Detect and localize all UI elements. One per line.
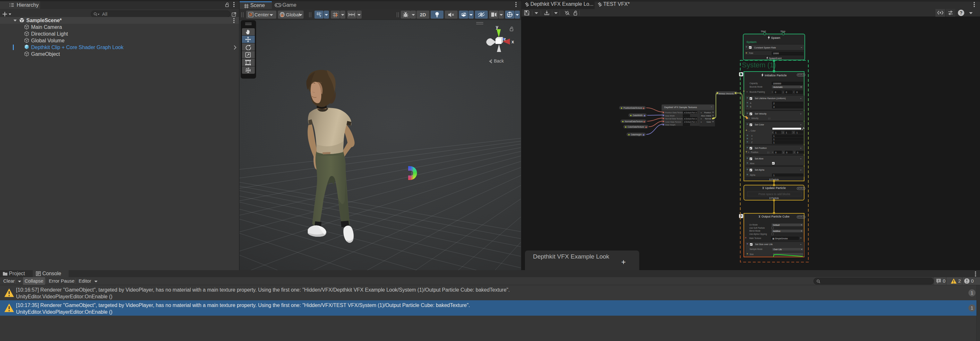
svg-text:Y: Y (319, 14, 321, 17)
svg-text:y: y (496, 24, 498, 30)
svg-text:x: x (512, 39, 514, 44)
